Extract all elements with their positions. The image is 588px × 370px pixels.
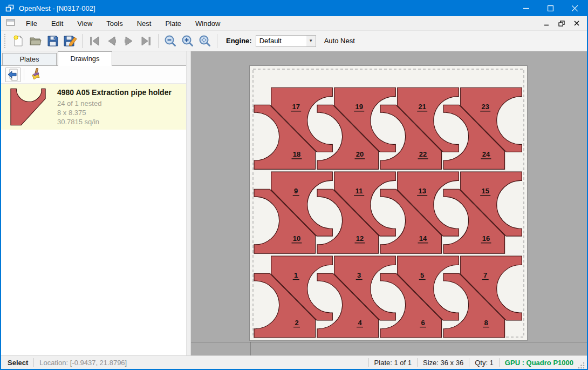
status-qty: Qty: 1	[475, 359, 494, 367]
part-number: 19	[355, 103, 363, 111]
part-number: 24	[482, 150, 490, 158]
toolbar-separator	[217, 34, 217, 48]
toolbar-separator	[82, 34, 83, 48]
status-location: Location: [-0.9437, 21.8796]	[39, 359, 127, 367]
status-plate: Plate: 1 of 1	[374, 359, 412, 367]
save-as-button[interactable]	[61, 32, 79, 50]
app-icon	[5, 4, 14, 12]
auto-nest-button[interactable]: Auto Nest	[320, 35, 359, 47]
drawing-area: 30.7815 sq/in	[57, 117, 172, 126]
title-bar: OpenNest - [N0317-002]	[1, 0, 587, 16]
panel-splitter[interactable]	[186, 51, 191, 355]
broom-icon	[29, 68, 41, 81]
engine-label: Engine:	[226, 37, 252, 45]
open-folder-icon	[29, 35, 43, 48]
part-number: 2	[295, 319, 298, 327]
status-size: Size: 36 x 36	[423, 359, 463, 367]
resize-grip[interactable]	[578, 360, 585, 369]
status-mode: Select	[8, 359, 28, 367]
part-number: 5	[420, 271, 424, 279]
plate[interactable]: 171819202122232491011121314151612345678	[249, 65, 528, 341]
mdi-close-button[interactable]	[571, 18, 583, 29]
document-window-icon[interactable]	[6, 19, 15, 28]
save-button[interactable]	[44, 32, 61, 50]
status-separator	[33, 358, 34, 367]
menu-tools[interactable]: Tools	[99, 17, 129, 30]
engine-value: Default	[259, 37, 282, 45]
app-window: OpenNest - [N0317-002] File Edit View To…	[0, 0, 588, 370]
zoom-fit-button[interactable]	[196, 32, 214, 50]
part-number: 16	[482, 234, 490, 243]
menu-window[interactable]: Window	[188, 17, 227, 30]
mdi-minimize-button[interactable]	[541, 18, 552, 29]
next-icon	[122, 35, 135, 47]
first-plate-button[interactable]	[86, 32, 103, 50]
save-icon	[46, 35, 59, 48]
left-panel: Plates Drawings	[1, 51, 186, 355]
status-bar: Select Location: [-0.9437, 21.8796] Plat…	[1, 355, 587, 369]
part-number: 17	[292, 103, 299, 111]
part-number: 13	[418, 187, 426, 195]
close-button[interactable]	[563, 0, 587, 16]
part-number: 3	[357, 271, 361, 279]
drawing-title: 4980 A05 Extraction pipe holder	[57, 88, 172, 97]
tab-plates[interactable]: Plates	[2, 53, 57, 65]
save-edit-icon	[63, 35, 77, 48]
part-number: 23	[481, 103, 489, 111]
menu-bar: File Edit View Tools Nest Plate Window	[1, 16, 587, 31]
previous-plate-button[interactable]	[103, 32, 120, 50]
part-number: 7	[483, 271, 487, 279]
chevron-down-icon[interactable]: ▼	[306, 36, 316, 46]
status-separator	[499, 358, 500, 367]
drawings-list: 4980 A05 Extraction pipe holder 24 of 1 …	[1, 84, 186, 355]
part-number: 1	[294, 271, 298, 279]
part-thumbnail	[5, 88, 51, 126]
first-icon	[88, 35, 101, 47]
mdi-restore-button[interactable]	[556, 18, 568, 29]
part-number: 12	[356, 234, 364, 243]
minimize-button[interactable]	[514, 0, 538, 16]
part-number: 11	[355, 187, 363, 195]
part-number: 20	[356, 150, 364, 158]
next-plate-button[interactable]	[120, 32, 138, 50]
window-title: OpenNest - [N0317-002]	[19, 4, 95, 12]
toolbar-grip[interactable]	[4, 34, 6, 48]
part-number: 9	[294, 187, 298, 195]
nesting-canvas[interactable]: 171819202122232491011121314151612345678	[191, 51, 587, 355]
status-separator	[368, 358, 369, 367]
drawing-size: 8 x 8.375	[57, 108, 172, 117]
drawing-list-item[interactable]: 4980 A05 Extraction pipe holder 24 of 1 …	[1, 84, 186, 130]
part-number: 21	[418, 103, 426, 111]
open-file-button[interactable]	[27, 32, 44, 50]
last-plate-button[interactable]	[138, 32, 155, 50]
last-icon	[140, 35, 153, 47]
menu-view[interactable]: View	[70, 17, 99, 30]
part-number: 22	[419, 150, 427, 158]
drawing-nested-count: 24 of 1 nested	[57, 99, 172, 108]
tab-strip: Plates Drawings	[1, 51, 186, 66]
zoom-in-button[interactable]	[179, 32, 196, 50]
new-file-button[interactable]	[10, 32, 27, 50]
main-toolbar: Engine: Default ▼ Auto Nest	[1, 31, 587, 51]
clean-drawings-button[interactable]	[28, 68, 43, 82]
menu-plate[interactable]: Plate	[158, 17, 188, 30]
menu-file[interactable]: File	[19, 17, 44, 30]
menu-edit[interactable]: Edit	[44, 17, 70, 30]
panel-toolbar-separator	[24, 69, 24, 80]
part-number: 18	[293, 150, 300, 158]
tab-drawings[interactable]: Drawings	[58, 51, 112, 66]
status-separator	[417, 358, 418, 367]
toolbar-separator	[158, 34, 159, 48]
import-drawing-button[interactable]	[5, 68, 20, 82]
part-number: 14	[419, 234, 427, 243]
zoom-out-button[interactable]	[162, 32, 179, 50]
engine-select[interactable]: Default ▼	[256, 35, 316, 47]
magnifier-plus-icon	[181, 35, 194, 48]
maximize-button[interactable]	[538, 0, 563, 16]
magnifier-fit-icon	[199, 35, 211, 48]
part-number: 6	[421, 319, 425, 327]
part-number: 4	[358, 319, 362, 327]
previous-icon	[105, 35, 118, 47]
menu-nest[interactable]: Nest	[130, 17, 159, 30]
part-number: 15	[481, 187, 489, 195]
